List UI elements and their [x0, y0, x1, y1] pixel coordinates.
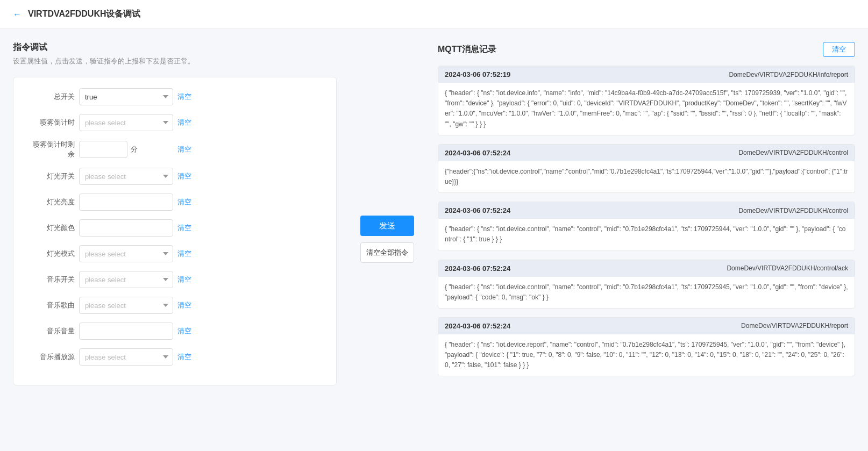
form-row-light-color: 灯光颜色 清空 [26, 219, 323, 237]
log-header: 2024-03-06 07:52:19DomeDev/VIRTDVA2FDDUK… [438, 66, 855, 83]
page-header: ← VIRTDVA2FDDUKH设备调试 [0, 0, 868, 29]
log-entry: 2024-03-06 07:52:19DomeDev/VIRTDVA2FDDUK… [438, 66, 855, 135]
center-panel: 发送 清空全部指令 [350, 29, 425, 449]
section-title: 指令调试 [13, 42, 337, 53]
log-entry: 2024-03-06 07:52:24DomeDev/VIRTDVA2FDDUK… [438, 260, 855, 309]
clear-music-song[interactable]: 清空 [177, 300, 191, 310]
clear-all-button[interactable]: 清空全部指令 [360, 242, 414, 263]
select-music-song[interactable]: please select [79, 297, 173, 314]
label-music-song: 音乐歌曲 [26, 300, 75, 310]
clear-light-color[interactable]: 清空 [177, 223, 191, 233]
right-panel: MQTT消息记录 清空 2024-03-06 07:52:19DomeDev/V… [425, 29, 868, 449]
control-music-volume [79, 323, 173, 340]
select-music-source[interactable]: please select [79, 348, 173, 366]
log-header: 2024-03-06 07:52:24DomeDev/VIRTDVA2FDDUK… [438, 202, 855, 219]
form-row-spray-countdown: 喷雾倒计时 please select 清空 [26, 114, 323, 131]
log-header: 2024-03-06 07:52:24DomeDev/VIRTDVA2FDDUK… [438, 318, 855, 334]
log-time: 2024-03-06 07:52:19 [445, 70, 510, 78]
clear-spray-countdown[interactable]: 清空 [177, 118, 191, 127]
control-music-switch: please select true false [79, 271, 173, 288]
label-music-volume: 音乐音量 [26, 326, 75, 336]
clear-total-switch[interactable]: 清空 [177, 92, 191, 102]
label-light-switch: 灯光开关 [26, 171, 75, 181]
log-topic: DomeDev/VIRTDVA2FDDUKH/control [738, 207, 848, 214]
log-body: {"header":{"ns":"iot.device.control","na… [438, 161, 855, 192]
log-topic: DomeDev/VIRTDVA2FDDUKH/control/ack [727, 264, 848, 272]
control-light-switch: please select true false [79, 168, 173, 185]
clear-music-source[interactable]: 清空 [177, 352, 191, 362]
form-row-light-mode: 灯光模式 please select 清空 [26, 245, 323, 262]
form-row-music-song: 音乐歌曲 please select 清空 [26, 297, 323, 314]
control-light-color [79, 219, 173, 237]
log-entry: 2024-03-06 07:52:24DomeDev/VIRTDVA2FDDUK… [438, 317, 855, 377]
input-light-brightness[interactable] [79, 194, 173, 211]
label-light-color: 灯光颜色 [26, 223, 75, 233]
control-music-source: please select [79, 348, 173, 366]
form-row-light-brightness: 灯光亮度 清空 [26, 194, 323, 211]
select-light-mode[interactable]: please select [79, 245, 173, 262]
label-spray-countdown: 喷雾倒计时 [26, 118, 75, 127]
log-header: 2024-03-06 07:52:24DomeDev/VIRTDVA2FDDUK… [438, 145, 855, 161]
select-spray-countdown[interactable]: please select [79, 114, 173, 131]
input-music-volume[interactable] [79, 323, 173, 340]
clear-light-switch[interactable]: 清空 [177, 171, 191, 181]
clear-music-switch[interactable]: 清空 [177, 275, 191, 284]
log-topic: DomeDev/VIRTDVA2FDDUKH/report [741, 322, 848, 330]
label-light-brightness: 灯光亮度 [26, 197, 75, 207]
log-body: { "header": { "ns": "iot.device.report",… [438, 334, 855, 376]
label-total-switch: 总开关 [26, 92, 75, 102]
select-total-switch[interactable]: true false [79, 88, 173, 105]
clear-music-volume[interactable]: 清空 [177, 326, 191, 336]
section-desc: 设置属性值，点击发送，验证指令的上报和下发是否正常。 [13, 56, 337, 66]
label-light-mode: 灯光模式 [26, 249, 75, 259]
right-title: MQTT消息记录 [438, 44, 496, 55]
log-topic: DomeDev/VIRTDVA2FDDUKH/control [738, 149, 848, 156]
control-spray-remain: 分 [79, 141, 173, 158]
log-header: 2024-03-06 07:52:24DomeDev/VIRTDVA2FDDUK… [438, 260, 855, 277]
log-time: 2024-03-06 07:52:24 [445, 149, 510, 157]
select-music-switch[interactable]: please select true false [79, 271, 173, 288]
control-music-song: please select [79, 297, 173, 314]
clear-light-mode[interactable]: 清空 [177, 249, 191, 259]
log-topic: DomeDev/VIRTDVA2FDDUKH/info/report [729, 71, 848, 78]
form-row-music-switch: 音乐开关 please select true false 清空 [26, 271, 323, 288]
label-spray-remain: 喷雾倒计时剩余 [26, 140, 75, 159]
log-body: { "header": { "ns": "iot.device.control"… [438, 277, 855, 308]
log-time: 2024-03-06 07:52:24 [445, 206, 510, 214]
log-time: 2024-03-06 07:52:24 [445, 322, 510, 330]
log-body: { "header": { "ns": "iot.device.control"… [438, 219, 855, 250]
log-container: 2024-03-06 07:52:19DomeDev/VIRTDVA2FDDUK… [438, 66, 855, 376]
page-content: 指令调试 设置属性值，点击发送，验证指令的上报和下发是否正常。 总开关 true… [0, 29, 868, 449]
form-row-light-switch: 灯光开关 please select true false 清空 [26, 168, 323, 185]
control-total-switch: true false [79, 88, 173, 105]
form-row-total-switch: 总开关 true false 清空 [26, 88, 323, 105]
label-music-switch: 音乐开关 [26, 275, 75, 284]
left-panel: 指令调试 设置属性值，点击发送，验证指令的上报和下发是否正常。 总开关 true… [0, 29, 350, 449]
label-music-source: 音乐播放源 [26, 352, 75, 362]
page-title: VIRTDVA2FDDUKH设备调试 [28, 9, 140, 20]
input-spray-remain[interactable] [79, 141, 127, 158]
log-entry: 2024-03-06 07:52:24DomeDev/VIRTDVA2FDDUK… [438, 202, 855, 250]
form-row-music-volume: 音乐音量 清空 [26, 323, 323, 340]
unit-spray-remain: 分 [131, 145, 138, 154]
log-entry: 2024-03-06 07:52:24DomeDev/VIRTDVA2FDDUK… [438, 144, 855, 193]
clear-log-button[interactable]: 清空 [823, 42, 855, 57]
form-card: 总开关 true false 清空 喷雾倒计时 please select [13, 77, 337, 385]
clear-spray-remain[interactable]: 清空 [177, 145, 191, 154]
log-time: 2024-03-06 07:52:24 [445, 264, 510, 273]
control-light-brightness [79, 194, 173, 211]
form-row-spray-remain: 喷雾倒计时剩余 分 清空 [26, 140, 323, 159]
clear-light-brightness[interactable]: 清空 [177, 197, 191, 207]
right-header: MQTT消息记录 清空 [438, 42, 855, 57]
select-light-switch[interactable]: please select true false [79, 168, 173, 185]
send-button[interactable]: 发送 [360, 216, 414, 236]
control-spray-countdown: please select [79, 114, 173, 131]
log-body: { "header": { "ns": "iot.device.info", "… [438, 83, 855, 135]
input-light-color[interactable] [79, 219, 173, 237]
form-row-music-source: 音乐播放源 please select 清空 [26, 348, 323, 366]
back-button[interactable]: ← [13, 10, 22, 19]
control-light-mode: please select [79, 245, 173, 262]
